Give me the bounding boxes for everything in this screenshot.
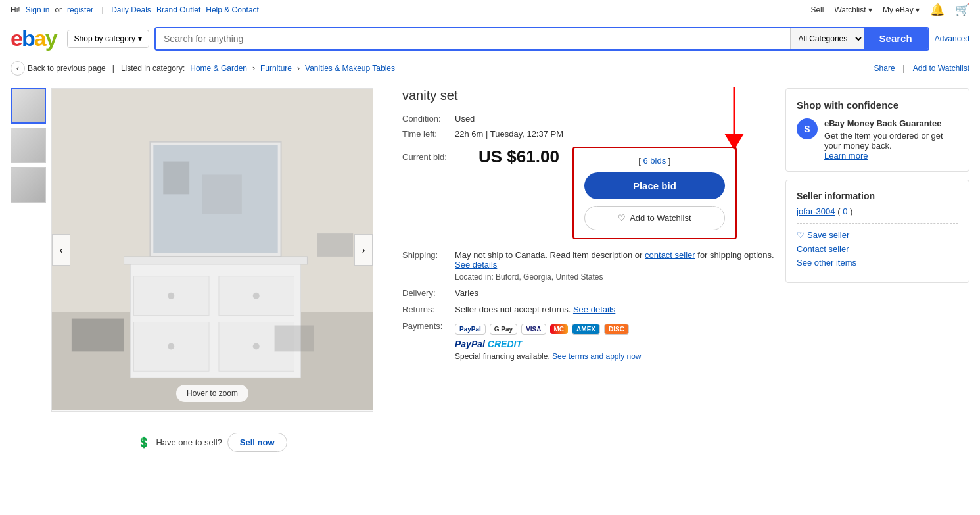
svg-rect-9 [202, 174, 242, 214]
thumbnail-1[interactable] [11, 88, 46, 124]
breadcrumb-furniture[interactable]: Furniture [260, 64, 292, 73]
listed-in-text: | [112, 64, 114, 73]
seller-divider [797, 223, 958, 224]
bid-label: Current bid: [402, 152, 468, 162]
ebay-logo[interactable]: ebay [11, 26, 57, 51]
help-contact-link[interactable]: Help & Contact [206, 5, 259, 14]
bid-current: Current bid: US $61.00 [402, 147, 559, 172]
seller-name-row: jofar-3004 ( 0 ) [797, 207, 958, 216]
thumbnail-2[interactable] [11, 128, 46, 163]
divider: | [101, 5, 103, 14]
back-button[interactable]: ‹ [11, 61, 25, 76]
breadcrumb-home-garden[interactable]: Home & Garden [190, 64, 247, 73]
breadcrumb-sep1: › [252, 64, 255, 73]
shop-with-confidence-box: Shop with confidence S eBay Money Back G… [785, 88, 969, 172]
time-value: 22h 6m | Tuesday, 12:37 PM [455, 129, 563, 139]
confidence-title: Shop with confidence [797, 99, 958, 110]
payments-row: Payments: PayPal G Pay VISA MC AMEX DISC… [402, 321, 775, 361]
condition-label: Condition: [402, 114, 455, 124]
watchlist-link[interactable]: Watchlist ▾ [834, 5, 872, 14]
myebay-link[interactable]: My eBay ▾ [883, 5, 920, 14]
contact-seller-shipping-link[interactable]: contact seller [645, 250, 695, 260]
thumbnail-list [11, 88, 46, 460]
breadcrumb-bar: ‹ Back to previous page | Listed in cate… [0, 57, 980, 80]
listed-in-label: Listed in category: [121, 64, 185, 73]
bid-count-row: [ 6 bids ] [638, 156, 670, 166]
daily-deals-link[interactable]: Daily Deals [111, 5, 151, 14]
hi-text: Hi! [11, 5, 20, 14]
shipping-section: Shipping: May not ship to Canada. Read i… [402, 250, 775, 361]
returns-value: Seller does not accept returns. See deta… [455, 305, 775, 314]
save-seller-link[interactable]: ♡ Save seller [797, 230, 958, 240]
breadcrumb-sep2: › [297, 64, 300, 73]
learn-more-link[interactable]: Learn more [824, 151, 868, 160]
product-image-svg [52, 89, 373, 411]
shipping-row: Shipping: May not ship to Canada. Read i… [402, 250, 775, 282]
save-seller-heart-icon: ♡ [797, 230, 805, 240]
guarantee-title: eBay Money Back Guarantee [824, 118, 958, 128]
dollar-sign-icon: 💲 [137, 436, 151, 449]
product-details: vanity set Condition: Used Time left: 22… [402, 88, 775, 460]
add-to-watchlist-link[interactable]: Add to Watchlist [913, 64, 969, 73]
confidence-text: eBay Money Back Guarantee Get the item y… [824, 118, 958, 160]
seller-name-link[interactable]: jofar-3004 [797, 207, 835, 216]
hover-zoom-badge: Hover to zoom [176, 385, 248, 402]
brand-outlet-link[interactable]: Brand Outlet [156, 5, 200, 14]
sell-now-button[interactable]: Sell now [227, 433, 287, 452]
advanced-search-link[interactable]: Advanced [935, 34, 969, 43]
mastercard-payment-icon: MC [550, 324, 569, 334]
cart-icon[interactable]: 🛒 [955, 3, 969, 17]
shop-by-chevron-icon: ▾ [138, 34, 142, 43]
bid-count-link[interactable]: 6 bids [643, 156, 666, 166]
svg-rect-8 [163, 162, 189, 195]
sell-link[interactable]: Sell [810, 5, 824, 14]
product-images: ‹ › Hover to zoom 💲 Have one to sell? Se… [11, 88, 392, 460]
delivery-value: Varies [455, 288, 775, 298]
search-input[interactable] [156, 28, 790, 49]
shop-by-button[interactable]: Shop by category ▾ [67, 30, 149, 48]
notifications-bell-icon[interactable]: 🔔 [930, 3, 945, 17]
delivery-label: Delivery: [402, 288, 455, 298]
bid-row: Current bid: US $61.00 [402, 147, 559, 167]
payment-icons: PayPal G Pay VISA MC AMEX DISC [455, 324, 642, 335]
register-link[interactable]: register [67, 5, 93, 14]
sell-section: 💲 Have one to sell? Sell now [51, 425, 373, 460]
breadcrumb-left: ‹ Back to previous page | Listed in cate… [11, 61, 395, 76]
back-page-link[interactable]: Back to previous page [28, 64, 106, 73]
add-to-watchlist-button[interactable]: ♡ Add to Watchlist [584, 206, 725, 230]
seller-score-link[interactable]: 0 [843, 207, 847, 216]
see-other-items-link[interactable]: See other items [797, 258, 958, 268]
svg-rect-19 [275, 326, 314, 352]
time-left-row: Time left: 22h 6m | Tuesday, 12:37 PM [402, 129, 775, 139]
returns-label: Returns: [402, 305, 455, 314]
gpay-payment-icon: G Pay [490, 324, 517, 335]
bid-area: Current bid: US $61.00 [ 6 bids ] Place … [402, 147, 775, 239]
financing-link[interactable]: See terms and apply now [552, 352, 641, 361]
sidebar: Shop with confidence S eBay Money Back G… [785, 88, 969, 460]
image-prev-button[interactable]: ‹ [52, 234, 70, 266]
svg-rect-18 [72, 319, 124, 352]
time-label: Time left: [402, 129, 455, 139]
returns-details-link[interactable]: See details [573, 305, 615, 314]
shipping-details-link[interactable]: See details [455, 260, 497, 270]
signin-link[interactable]: Sign in [26, 5, 50, 14]
category-select[interactable]: All Categories [790, 28, 864, 49]
seller-title: Seller information [797, 191, 958, 201]
search-button[interactable]: Search [864, 28, 928, 49]
share-link[interactable]: Share [874, 64, 895, 73]
svg-point-14 [168, 293, 174, 299]
main-product-image: ‹ › Hover to zoom [51, 88, 373, 412]
place-bid-button[interactable]: Place bid [584, 172, 725, 199]
shipping-value: May not ship to Canada. Read item descri… [455, 250, 775, 282]
seller-score-parens: ( [837, 207, 840, 216]
breadcrumb-vanities[interactable]: Vanities & Makeup Tables [305, 64, 395, 73]
contact-seller-link[interactable]: Contact seller [797, 244, 958, 254]
breadcrumb-pipe: | [903, 64, 905, 73]
image-next-button[interactable]: › [354, 234, 373, 266]
thumbnail-3[interactable] [11, 167, 46, 203]
shipping-label: Shipping: [402, 250, 455, 260]
myebay-chevron-icon: ▾ [916, 5, 920, 14]
guarantee-text: Get the item you ordered or get your mon… [824, 131, 943, 151]
shipping-location: Located in: Buford, Georgia, United Stat… [455, 272, 775, 282]
top-nav-left: Hi! Sign in or register | Daily Deals Br… [11, 5, 259, 14]
